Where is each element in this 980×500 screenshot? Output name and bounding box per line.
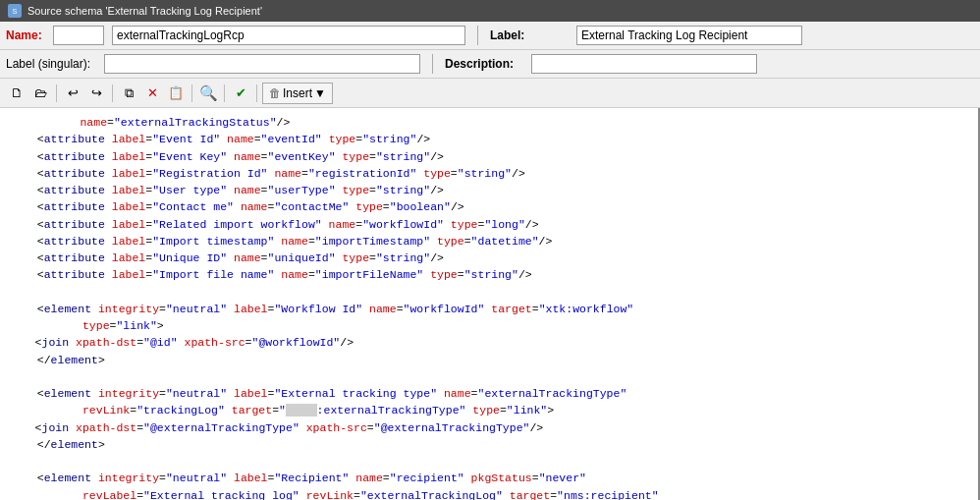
description-label: Description: [445,57,523,71]
copy-button[interactable]: ⧉ [118,83,139,104]
code-line-blank1 [8,284,970,301]
name-prefix-input[interactable] [53,26,104,45]
insert-label: Insert [283,86,312,100]
separator-2 [432,54,433,74]
code-line-11: type="link"> [8,317,970,334]
app-icon: S [8,4,22,18]
code-editor[interactable]: name="externalTrackingStatus"/> <attribu… [0,108,980,500]
code-line-1: <attribute label="Event Id" name="eventI… [24,131,970,147]
check-button[interactable]: ✔ [230,83,251,104]
separator-1 [477,26,478,45]
code-line-5: <attribute label="Contact me" name="cont… [24,198,970,215]
form-row-1: Name: Label: [0,22,980,50]
code-line-blank3 [8,453,970,470]
code-line-3: <attribute label="Registration Id" name=… [24,165,970,182]
insert-button[interactable]: 🗑 Insert ▼ [262,83,333,104]
main-area: name="externalTrackingStatus"/> <attribu… [0,108,980,500]
code-line-17: </element> [24,436,970,453]
delete-button[interactable]: ✕ [141,83,163,104]
code-line-13: </element> [24,352,970,368]
name-label: Name: [6,28,45,42]
code-line-6: <attribute label="Related import workflo… [24,216,970,233]
code-line-19: revLabel="External tracking log" revLink… [8,487,970,501]
code-line-4: <attribute label="User type" name="userT… [24,182,970,198]
label-input[interactable] [576,26,802,45]
name-value-input[interactable] [112,26,465,45]
redo-button[interactable]: ↪ [85,83,107,104]
code-line-18: <element integrity="neutral" label="Reci… [24,470,970,486]
paste-button[interactable]: 📋 [165,83,187,104]
sep-t4 [224,84,225,102]
new-button[interactable]: 🗋 [6,83,27,104]
code-line-7: <attribute label="Import timestamp" name… [24,233,970,250]
singular-input[interactable] [104,54,420,74]
sep-t5 [256,84,257,102]
singular-label: Label (singular): [6,57,94,71]
code-line-blank2 [8,368,970,385]
sep-t2 [112,84,113,102]
label-label: Label: [490,28,569,42]
title-bar: S Source schema 'External Tracking Log R… [0,0,980,22]
search-button[interactable]: 🔍 [197,83,219,104]
form-row-2: Label (singular): Description: [0,50,980,79]
code-line-12: <join xpath-dst="@id" xpath-src="@workfl… [8,334,970,351]
undo-button[interactable]: ↩ [62,83,83,104]
code-line-2: <attribute label="Event Key" name="event… [24,148,970,165]
code-line-9: <attribute label="Import file name" name… [24,266,970,283]
code-line-16: <join xpath-dst="@externalTrackingType" … [8,419,970,436]
insert-dropdown-icon: ▼ [314,86,326,100]
code-line-10: <element integrity="neutral" label="Work… [24,301,970,317]
code-line-0: name="externalTrackingStatus"/> [39,114,970,131]
window-title: Source schema 'External Tracking Log Rec… [27,5,262,17]
toolbar: 🗋 🗁 ↩ ↪ ⧉ ✕ 📋 🔍 ✔ 🗑 Insert ▼ [0,79,980,108]
code-line-14: <element integrity="neutral" label="Exte… [24,385,970,402]
sep-t1 [56,84,57,102]
sep-t3 [191,84,192,102]
code-line-15: revLink="trackingLog" target=" :external… [8,402,970,418]
code-line-8: <attribute label="Unique ID" name="uniqu… [24,250,970,266]
open-button[interactable]: 🗁 [29,83,51,104]
insert-icon: 🗑 [269,86,281,100]
description-input[interactable] [531,54,757,74]
